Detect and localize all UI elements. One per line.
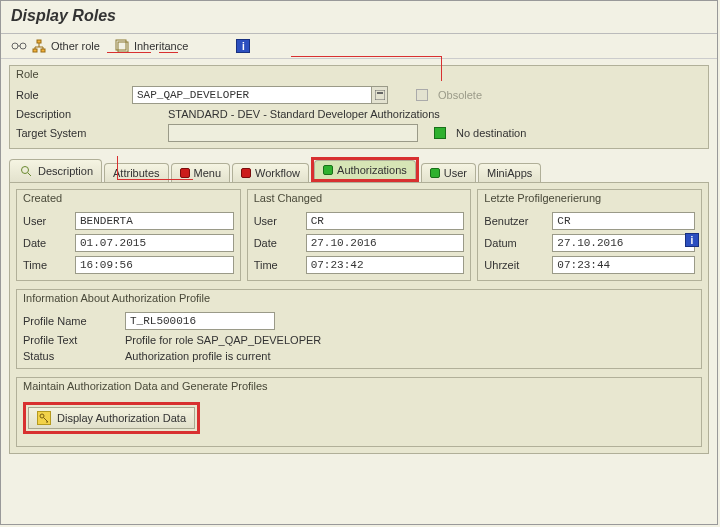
lastchanged-user-value: CR xyxy=(306,212,465,230)
created-time-value: 16:09:56 xyxy=(75,256,234,274)
lastprofile-user-label: Benutzer xyxy=(484,215,546,227)
svg-rect-3 xyxy=(37,40,41,43)
description-label: Description xyxy=(16,108,126,120)
status-red-icon xyxy=(241,168,251,178)
tab-panel: Created UserBENDERTA Date01.07.2015 Time… xyxy=(9,182,709,454)
role-input[interactable]: SAP_QAP_DEVELOPER xyxy=(132,86,372,104)
other-role-button[interactable]: Other role xyxy=(51,40,100,52)
destination-status-icon xyxy=(434,127,446,139)
annotation-line xyxy=(107,52,151,53)
inheritance-button[interactable]: Inheritance xyxy=(134,40,188,52)
tab-user-label: User xyxy=(444,167,467,179)
lastchanged-time-label: Time xyxy=(254,259,300,271)
svg-rect-13 xyxy=(377,92,383,94)
lastprofile-group: Letzte Profilgenerierung BenutzerCR Datu… xyxy=(477,189,702,281)
lastchanged-time-value: 07:23:42 xyxy=(306,256,465,274)
lastprofile-time-value: 07:23:44 xyxy=(552,256,695,274)
annotation-line xyxy=(291,56,441,57)
role-group-title: Role xyxy=(10,66,708,84)
lastchanged-user-label: User xyxy=(254,215,300,227)
highlight-box: Display Authorization Data xyxy=(23,402,200,434)
lastprofile-date-label: Datum xyxy=(484,237,546,249)
status-green-icon xyxy=(323,165,333,175)
lastprofile-title: Letzte Profilgenerierung xyxy=(478,190,701,210)
status-red-icon xyxy=(180,168,190,178)
created-title: Created xyxy=(17,190,240,210)
lastchanged-date-label: Date xyxy=(254,237,300,249)
target-system-label: Target System xyxy=(16,127,126,139)
annotation-line xyxy=(117,156,118,180)
svg-rect-5 xyxy=(41,49,45,52)
tab-workflow[interactable]: Workflow xyxy=(232,163,309,182)
role-groupbox: Role Role SAP_QAP_DEVELOPER Obsolete Des… xyxy=(9,65,709,149)
svg-point-0 xyxy=(12,43,18,49)
maintain-title: Maintain Authorization Data and Generate… xyxy=(17,378,701,398)
profile-info-title: Information About Authorization Profile xyxy=(17,290,701,310)
info-icon[interactable]: i xyxy=(236,39,250,53)
glasses-icon[interactable] xyxy=(11,38,27,54)
highlight-box: Authorizations xyxy=(311,157,419,182)
svg-line-17 xyxy=(44,418,49,423)
svg-rect-12 xyxy=(375,90,385,100)
status-green-icon xyxy=(430,168,440,178)
lastchanged-group: Last Changed UserCR Date27.10.2016 Time0… xyxy=(247,189,472,281)
f4-help-icon[interactable] xyxy=(372,86,388,104)
maintain-group: Maintain Authorization Data and Generate… xyxy=(16,377,702,447)
profile-name-label: Profile Name xyxy=(23,315,119,327)
obsolete-label: Obsolete xyxy=(438,89,482,101)
no-destination-label: No destination xyxy=(456,127,526,139)
svg-point-1 xyxy=(20,43,26,49)
page-title: Display Roles xyxy=(1,1,717,34)
annotation-line xyxy=(441,56,442,81)
tab-attributes-label: Attributes xyxy=(113,167,159,179)
lastchanged-title: Last Changed xyxy=(248,190,471,210)
svg-point-14 xyxy=(22,167,29,174)
info-icon[interactable]: i xyxy=(685,233,699,247)
tab-menu-label: Menu xyxy=(194,167,222,179)
profile-text-label: Profile Text xyxy=(23,334,119,346)
profile-name-value: T_RL500016 xyxy=(125,312,275,330)
key-icon xyxy=(37,411,51,425)
created-date-label: Date xyxy=(23,237,69,249)
tab-authorizations-label: Authorizations xyxy=(337,164,407,176)
tab-workflow-label: Workflow xyxy=(255,167,300,179)
hierarchy-icon[interactable] xyxy=(31,38,47,54)
lastprofile-time-label: Uhrzeit xyxy=(484,259,546,271)
created-date-value: 01.07.2015 xyxy=(75,234,234,252)
lastprofile-user-value: CR xyxy=(552,212,695,230)
created-user-label: User xyxy=(23,215,69,227)
role-label: Role xyxy=(16,89,126,101)
tab-authorizations[interactable]: Authorizations xyxy=(314,160,416,179)
magnifier-icon xyxy=(18,163,34,179)
profile-status-value: Authorization profile is current xyxy=(125,350,695,362)
tabstrip: Description Attributes Menu Workflow Aut… xyxy=(9,157,709,182)
lastchanged-date-value: 27.10.2016 xyxy=(306,234,465,252)
tab-miniapps[interactable]: MiniApps xyxy=(478,163,541,182)
created-user-value: BENDERTA xyxy=(75,212,234,230)
profile-info-group: Information About Authorization Profile … xyxy=(16,289,702,369)
obsolete-checkbox xyxy=(416,89,428,101)
tab-description[interactable]: Description xyxy=(9,159,102,182)
description-value: STANDARD - DEV - Standard Developer Auth… xyxy=(168,108,468,120)
tab-description-label: Description xyxy=(38,165,93,177)
tab-user[interactable]: User xyxy=(421,163,476,182)
profile-status-label: Status xyxy=(23,350,119,362)
svg-point-16 xyxy=(40,414,44,418)
tab-miniapps-label: MiniApps xyxy=(487,167,532,179)
svg-rect-4 xyxy=(33,49,37,52)
display-authorization-data-label: Display Authorization Data xyxy=(57,412,186,424)
annotation-line xyxy=(159,52,178,53)
annotation-line xyxy=(117,179,193,180)
profile-text-value: Profile for role SAP_QAP_DEVELOPER xyxy=(125,334,695,346)
created-group: Created UserBENDERTA Date01.07.2015 Time… xyxy=(16,189,241,281)
lastprofile-date-value: 27.10.2016 xyxy=(552,234,695,252)
display-authorization-data-button[interactable]: Display Authorization Data xyxy=(28,407,195,429)
svg-line-15 xyxy=(28,173,31,176)
target-system-input[interactable] xyxy=(168,124,418,142)
created-time-label: Time xyxy=(23,259,69,271)
